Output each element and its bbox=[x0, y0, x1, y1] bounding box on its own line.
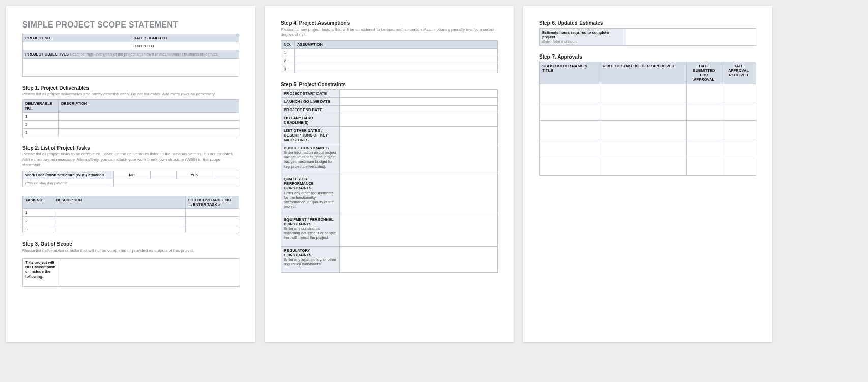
task-for-header: FOR DELIVERABLE NO. … ENTER TASK # bbox=[186, 196, 239, 208]
estimate-input[interactable] bbox=[626, 29, 756, 46]
approval-cell[interactable] bbox=[687, 102, 721, 121]
approvals-table: STAKEHOLDER NAME & TITLE ROLE OF STAKEHO… bbox=[539, 62, 756, 176]
assump-row-val[interactable] bbox=[295, 48, 498, 57]
assump-row-no[interactable]: 2 bbox=[281, 57, 295, 65]
project-header-table: PROJECT NO. DATE SUBMITTED 00/00/0000 PR… bbox=[22, 34, 239, 77]
approval-cell[interactable] bbox=[600, 139, 687, 157]
assump-no-header: NO. bbox=[281, 40, 295, 48]
objectives-input[interactable] bbox=[23, 59, 239, 77]
constraint-input[interactable] bbox=[340, 105, 498, 114]
approval-cell[interactable] bbox=[600, 102, 687, 121]
task-row-desc[interactable] bbox=[53, 225, 186, 233]
out-of-scope-table: This project will NOT accomplish or incl… bbox=[22, 258, 239, 287]
wbs-label: Work Breakdown Structure (WBS) attached bbox=[23, 171, 114, 179]
constraints-table: PROJECT START DATELAUNCH / GO-LIVE DATEP… bbox=[281, 89, 498, 273]
approval-cell[interactable] bbox=[540, 121, 600, 139]
wbs-no-label: NO bbox=[113, 171, 150, 179]
out-of-scope-input[interactable] bbox=[61, 258, 239, 286]
approval-cell[interactable] bbox=[721, 121, 756, 139]
task-no-header: TASK NO. bbox=[23, 196, 53, 208]
step3-desc: Please list deliverables or tasks that w… bbox=[22, 248, 239, 253]
task-row-desc[interactable] bbox=[53, 216, 186, 225]
approval-cell[interactable] bbox=[687, 84, 721, 102]
wbs-attached-table: Work Breakdown Structure (WBS) attached … bbox=[22, 171, 239, 187]
constraint-input[interactable] bbox=[340, 175, 498, 215]
constraint-input[interactable] bbox=[340, 126, 498, 144]
assump-row-val[interactable] bbox=[295, 65, 498, 73]
estimate-label-cell: Estimate hours required to complete proj… bbox=[540, 29, 626, 46]
step3-title: Step 3. Out of Scope bbox=[22, 241, 239, 247]
task-row-no[interactable]: 1 bbox=[23, 208, 53, 216]
out-of-scope-label: This project will NOT accomplish or incl… bbox=[23, 258, 61, 286]
constraint-label: PROJECT END DATE bbox=[281, 105, 340, 114]
task-row-no[interactable]: 2 bbox=[23, 216, 53, 225]
approval-cell[interactable] bbox=[540, 102, 600, 121]
step6-title: Step 6. Updated Estimates bbox=[539, 20, 756, 26]
approval-cell[interactable] bbox=[721, 157, 756, 176]
approval-cell[interactable] bbox=[600, 84, 687, 102]
deliverables-table: DELIVERABLE NO. DESCRIPTION 1 2 3 bbox=[22, 99, 239, 137]
task-row-desc[interactable] bbox=[53, 208, 186, 216]
step4-desc: Please list any project factors that wil… bbox=[281, 27, 498, 38]
wbs-yes-label: YES bbox=[176, 171, 213, 179]
task-desc-header: DESCRIPTION bbox=[53, 196, 186, 208]
objectives-hint: Describe high-level goals of the project… bbox=[70, 52, 218, 57]
approval-cell[interactable] bbox=[721, 139, 756, 157]
constraint-label: LIST OTHER DATES / DESCRIPTIONS OF KEY M… bbox=[281, 126, 340, 144]
estimates-table: Estimate hours required to complete proj… bbox=[539, 28, 756, 46]
wbs-link-input[interactable] bbox=[113, 179, 239, 187]
constraint-label: PROJECT START DATE bbox=[281, 89, 340, 97]
table-row-no[interactable]: 2 bbox=[23, 121, 59, 129]
page-3: Step 6. Updated Estimates Estimate hours… bbox=[523, 6, 772, 342]
approval-cell[interactable] bbox=[600, 121, 687, 139]
table-row-desc[interactable] bbox=[59, 121, 239, 129]
approval-cell[interactable] bbox=[721, 102, 756, 121]
wbs-yes-input[interactable] bbox=[213, 171, 239, 179]
page-1: SIMPLE PROJECT SCOPE STATEMENT PROJECT N… bbox=[6, 6, 255, 342]
step5-title: Step 5. Project Constraints bbox=[281, 81, 498, 87]
step4-title: Step 4. Project Assumptions bbox=[281, 20, 498, 26]
wbs-link-hint: Provide link, if applicable bbox=[23, 179, 114, 187]
constraint-label: LAUNCH / GO-LIVE DATE bbox=[281, 97, 340, 105]
constraint-label: REGULATORY CONSTRAINTSEnter any legal, p… bbox=[281, 246, 340, 272]
step1-title: Step 1. Project Deliverables bbox=[22, 85, 239, 91]
wbs-no-input[interactable] bbox=[150, 171, 176, 179]
constraint-input[interactable] bbox=[340, 97, 498, 105]
constraint-input[interactable] bbox=[340, 89, 498, 97]
constraint-input[interactable] bbox=[340, 215, 498, 246]
task-row-for[interactable] bbox=[186, 216, 239, 225]
approval-cell[interactable] bbox=[540, 84, 600, 102]
constraint-input[interactable] bbox=[340, 246, 498, 272]
step7-title: Step 7. Approvals bbox=[539, 54, 756, 60]
date-submitted-label: DATE SUBMITTED bbox=[131, 34, 239, 42]
estimate-label: Estimate hours required to complete proj… bbox=[542, 30, 623, 39]
constraint-label: EQUIPMENT / PERSONNEL CONSTRAINTSEnter a… bbox=[281, 215, 340, 246]
step2-title: Step 2. List of Project Tasks bbox=[22, 145, 239, 151]
date-submitted-input[interactable]: 00/00/0000 bbox=[131, 42, 239, 50]
step1-desc: Please list all project deliverables and… bbox=[22, 92, 239, 97]
table-row-desc[interactable] bbox=[59, 129, 239, 137]
constraint-input[interactable] bbox=[340, 114, 498, 126]
approval-cell[interactable] bbox=[540, 139, 600, 157]
approval-cell[interactable] bbox=[600, 157, 687, 176]
assump-row-no[interactable]: 3 bbox=[281, 65, 295, 73]
task-row-for[interactable] bbox=[186, 208, 239, 216]
approval-rec-header: DATE APPROVAL RECEIVED bbox=[721, 62, 756, 84]
approval-cell[interactable] bbox=[540, 157, 600, 176]
table-row-no[interactable]: 3 bbox=[23, 129, 59, 137]
approval-sub-header: DATE SUBMITTED FOR APPROVAL bbox=[687, 62, 721, 84]
task-row-for[interactable] bbox=[186, 225, 239, 233]
task-row-no[interactable]: 3 bbox=[23, 225, 53, 233]
constraint-input[interactable] bbox=[340, 144, 498, 175]
estimate-hint: Enter total # of hours bbox=[542, 39, 623, 44]
project-no-input[interactable] bbox=[23, 42, 131, 50]
approval-cell[interactable] bbox=[687, 139, 721, 157]
approval-cell[interactable] bbox=[687, 157, 721, 176]
table-row-desc[interactable] bbox=[59, 113, 239, 121]
table-row-no[interactable]: 1 bbox=[23, 113, 59, 121]
approval-cell[interactable] bbox=[721, 84, 756, 102]
approval-cell[interactable] bbox=[687, 121, 721, 139]
assump-row-no[interactable]: 1 bbox=[281, 48, 295, 57]
assump-row-val[interactable] bbox=[295, 57, 498, 65]
project-no-label: PROJECT NO. bbox=[23, 34, 131, 42]
